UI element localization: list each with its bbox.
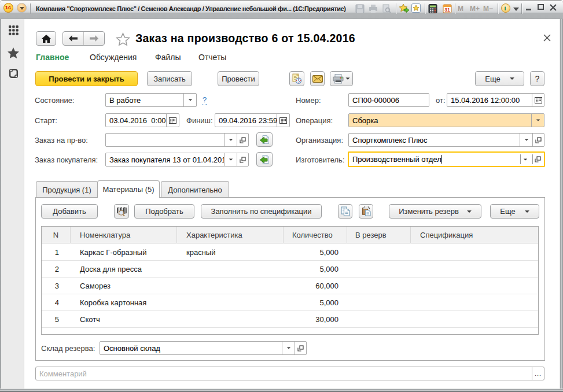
svg-text:31: 31 [444,7,450,13]
